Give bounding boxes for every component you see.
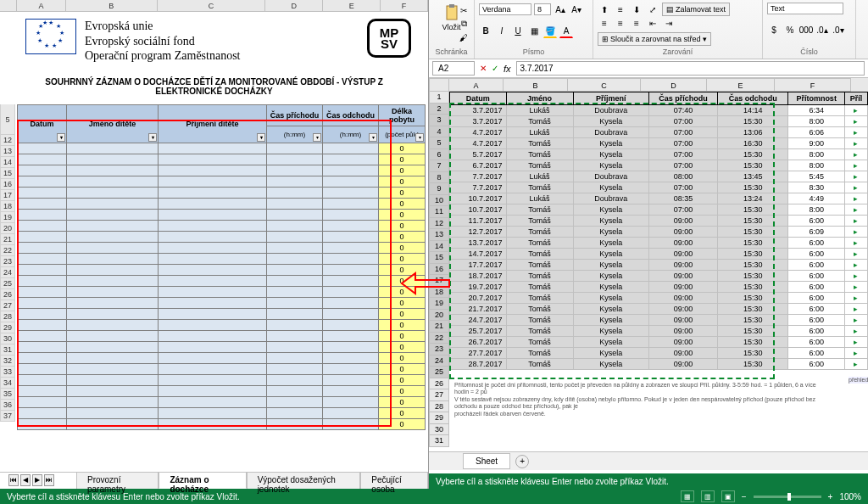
percent-icon[interactable]: % bbox=[783, 24, 797, 37]
number-format[interactable]: Text bbox=[767, 3, 843, 14]
align-bottom-icon[interactable]: ⬇ bbox=[630, 3, 643, 16]
tab-prev-icon[interactable]: ◀ bbox=[20, 474, 31, 486]
align-middle-icon[interactable]: ≡ bbox=[614, 3, 627, 16]
table-row[interactable]: 7.7.2017LukášDoubrava08:0013:455:45▸ bbox=[450, 171, 868, 182]
table-row[interactable]: 4.7.2017TomášKysela07:0016:309:00▸ bbox=[450, 138, 868, 149]
merge-button[interactable]: ⊞Sloučit a zarovnat na střed▾ bbox=[598, 32, 711, 46]
tab-provozni[interactable]: Provozní parametry bbox=[76, 472, 159, 489]
table-row[interactable]: 10.7.2017LukášDoubrava08:3513:244:49▸ bbox=[450, 193, 868, 204]
table-row[interactable]: 0 bbox=[18, 209, 426, 220]
right-table[interactable]: DatumJménoPříjmeníČas příchoduČas odchod… bbox=[449, 92, 868, 370]
indent-inc-icon[interactable]: ⇥ bbox=[662, 16, 676, 30]
table-row[interactable]: 21.7.2017TomášKysela09:0015:306:00▸ bbox=[450, 304, 868, 315]
table-row[interactable]: 0 bbox=[18, 363, 426, 374]
filter-icon[interactable]: ▾ bbox=[257, 133, 265, 142]
table-row[interactable]: 0 bbox=[18, 297, 426, 308]
table-row[interactable]: 28.7.2017TomášKysela09:0015:306:00▸ bbox=[450, 359, 868, 370]
left-table[interactable]: Datum▾ Jméno dítěte▾ Příjmení dítěte▾ Ča… bbox=[17, 104, 426, 430]
table-row[interactable]: 0 bbox=[18, 176, 426, 187]
borders-icon[interactable]: ▦ bbox=[527, 25, 541, 38]
wrap-text-button[interactable]: ▤Zalamovat text bbox=[662, 3, 730, 16]
table-row[interactable]: 0 bbox=[18, 264, 426, 275]
view-break-icon[interactable]: ▣ bbox=[721, 490, 735, 502]
table-row[interactable]: 0 bbox=[18, 418, 426, 429]
fx-icon[interactable]: fx bbox=[504, 64, 511, 74]
underline-icon[interactable]: U bbox=[511, 25, 525, 38]
orientation-icon[interactable]: ⤢ bbox=[646, 3, 659, 16]
align-right-icon[interactable]: ≡ bbox=[630, 16, 643, 30]
tab-first-icon[interactable]: ⏮ bbox=[8, 474, 19, 486]
tab-next-icon[interactable]: ▶ bbox=[32, 474, 42, 486]
tab-vypocet[interactable]: Výpočet dosažených jednotek bbox=[247, 472, 361, 489]
table-row[interactable]: 0 bbox=[18, 275, 426, 286]
name-box[interactable]: A2 bbox=[432, 61, 475, 76]
table-row[interactable]: 19.7.2017TomášKysela09:0015:306:00▸ bbox=[450, 282, 868, 293]
table-row[interactable]: 0 bbox=[18, 143, 426, 154]
view-normal-icon[interactable]: ▦ bbox=[681, 490, 694, 502]
align-center-icon[interactable]: ≡ bbox=[614, 16, 627, 30]
table-row[interactable]: 0 bbox=[18, 374, 426, 385]
table-row[interactable]: 12.7.2017TomášKysela09:0015:306:09▸ bbox=[450, 227, 868, 238]
tab-sheet[interactable]: Sheet bbox=[463, 453, 510, 469]
table-row[interactable]: 24.7.2017TomášKysela09:0015:306:00▸ bbox=[450, 315, 868, 326]
filter-icon[interactable]: ▾ bbox=[369, 133, 377, 142]
table-row[interactable]: 14.7.2017TomášKysela09:0015:306:00▸ bbox=[450, 249, 868, 260]
table-row[interactable]: 0 bbox=[18, 308, 426, 319]
view-layout-icon[interactable]: ▥ bbox=[701, 490, 715, 502]
table-row[interactable]: 0 bbox=[18, 385, 426, 396]
zoom-out-icon[interactable]: − bbox=[742, 492, 747, 501]
dec-decimal-icon[interactable]: .0▾ bbox=[832, 24, 845, 37]
table-row[interactable]: 0 bbox=[18, 286, 426, 297]
table-row[interactable]: 27.7.2017TomášKysela09:0015:306:00▸ bbox=[450, 348, 868, 359]
table-row[interactable]: 0 bbox=[18, 319, 426, 330]
table-row[interactable]: 0 bbox=[18, 341, 426, 352]
table-row[interactable]: 3.7.2017LukášDoubrava07:4014:146:34▸ bbox=[450, 105, 868, 116]
increase-font-icon[interactable]: A▴ bbox=[554, 3, 567, 16]
bold-icon[interactable]: B bbox=[479, 25, 492, 38]
table-row[interactable]: 0 bbox=[18, 253, 426, 264]
zoom-level[interactable]: 100% bbox=[839, 492, 861, 501]
tab-pecujici[interactable]: Pečující osoba bbox=[360, 472, 428, 489]
cut-icon[interactable]: ✂ bbox=[457, 3, 470, 17]
format-painter-icon[interactable]: 🖌 bbox=[457, 31, 470, 44]
table-row[interactable]: 4.7.2017LukášDoubrava07:0013:066:06▸ bbox=[450, 127, 868, 138]
table-row[interactable]: 11.7.2017TomášKysela09:0015:306:00▸ bbox=[450, 216, 868, 227]
table-row[interactable]: 18.7.2017TomášKysela09:0015:306:00▸ bbox=[450, 271, 868, 282]
formula-bar[interactable]: 3.7.2017 bbox=[516, 61, 865, 76]
enter-icon[interactable]: ✓ bbox=[492, 64, 498, 73]
table-row[interactable]: 13.7.2017TomášKysela09:0015:306:00▸ bbox=[450, 238, 868, 249]
align-top-icon[interactable]: ⬆ bbox=[598, 3, 611, 16]
table-row[interactable]: 6.7.2017TomášKysela07:0015:308:00▸ bbox=[450, 160, 868, 171]
table-row[interactable]: 10.7.2017TomášKysela07:0015:308:00▸ bbox=[450, 204, 868, 216]
table-row[interactable]: 3.7.2017TomášKysela07:0015:308:00▸ bbox=[450, 116, 868, 127]
table-row[interactable]: 0 bbox=[18, 220, 426, 231]
inc-decimal-icon[interactable]: .0▴ bbox=[815, 24, 829, 37]
table-row[interactable]: 25.7.2017TomášKysela09:0015:306:00▸ bbox=[450, 326, 868, 337]
table-row[interactable]: 0 bbox=[18, 242, 426, 253]
table-row[interactable]: 0 bbox=[18, 198, 426, 209]
table-row[interactable]: 0 bbox=[18, 231, 426, 242]
font-size[interactable]: 8 bbox=[534, 3, 551, 15]
cancel-icon[interactable]: ✕ bbox=[480, 64, 487, 73]
table-row[interactable]: 0 bbox=[18, 330, 426, 341]
zoom-slider[interactable] bbox=[754, 496, 821, 498]
tab-last-icon[interactable]: ⏭ bbox=[44, 474, 54, 486]
align-left-icon[interactable]: ≡ bbox=[598, 16, 611, 30]
zoom-in-icon[interactable]: + bbox=[828, 492, 833, 501]
table-row[interactable]: 20.7.2017TomášKysela09:0015:306:00▸ bbox=[450, 293, 868, 304]
new-sheet-icon[interactable]: + bbox=[515, 455, 529, 468]
table-row[interactable]: 17.7.2017TomášKysela09:0015:306:00▸ bbox=[450, 260, 868, 271]
italic-icon[interactable]: I bbox=[495, 25, 509, 38]
table-row[interactable]: 5.7.2017TomášKysela07:0015:308:00▸ bbox=[450, 149, 868, 160]
table-row[interactable]: 0 bbox=[18, 187, 426, 198]
decrease-font-icon[interactable]: A▾ bbox=[570, 3, 583, 16]
tab-zaznam[interactable]: Záznam o docházce bbox=[159, 472, 246, 489]
currency-icon[interactable]: $ bbox=[767, 24, 781, 37]
fill-color-icon[interactable]: 🪣 bbox=[543, 25, 557, 38]
table-row[interactable]: 0 bbox=[18, 352, 426, 363]
comma-icon[interactable]: 000 bbox=[799, 24, 813, 37]
table-row[interactable]: 0 bbox=[18, 165, 426, 176]
table-row[interactable]: 0 bbox=[18, 407, 426, 418]
filter-icon[interactable]: ▾ bbox=[148, 133, 157, 142]
filter-icon[interactable]: ▾ bbox=[415, 133, 424, 142]
